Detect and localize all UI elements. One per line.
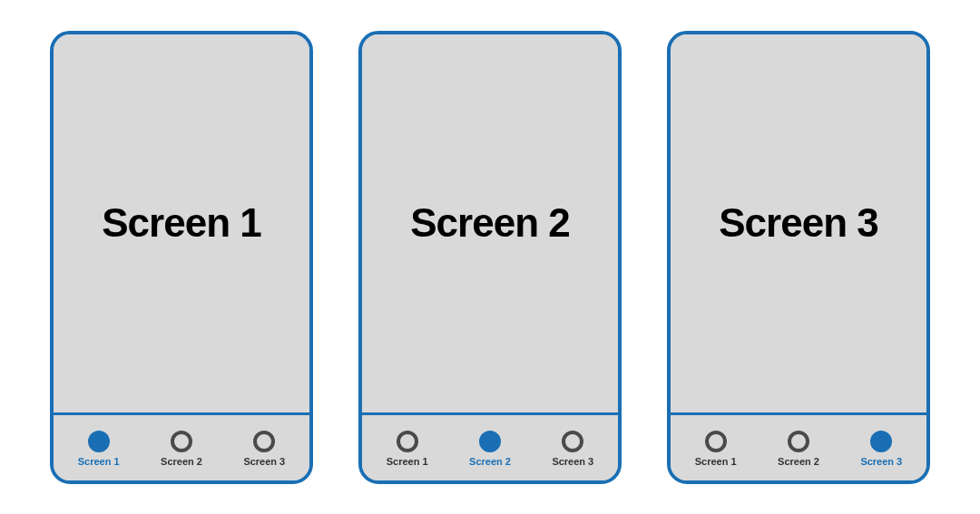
tab-screen-1[interactable]: Screen 1: [57, 431, 139, 467]
screen-content-area: Screen 2: [362, 34, 618, 415]
screen-title: Screen 3: [719, 200, 877, 246]
tab-screen-2[interactable]: Screen 2: [141, 431, 222, 467]
phone-mockup-3: Screen 3 Screen 1 Screen 2 Screen 3: [667, 31, 930, 484]
circle-icon: [705, 431, 727, 452]
phone-mockup-1: Screen 1 Screen 1 Screen 2 Screen 3: [50, 31, 313, 484]
circle-icon: [88, 431, 110, 452]
tab-label: Screen 1: [78, 456, 120, 467]
phone-mockup-2: Screen 2 Screen 1 Screen 2 Screen 3: [358, 31, 622, 484]
circle-icon: [870, 431, 892, 452]
circle-icon: [397, 431, 418, 452]
circle-icon: [562, 431, 583, 452]
tab-bar: Screen 1 Screen 2 Screen 3: [54, 415, 309, 480]
tab-screen-3[interactable]: Screen 3: [532, 431, 613, 467]
tab-label: Screen 1: [387, 456, 428, 467]
tab-label: Screen 3: [552, 456, 593, 467]
circle-icon: [788, 431, 809, 452]
tab-screen-2[interactable]: Screen 2: [758, 431, 839, 467]
tab-label: Screen 2: [778, 456, 819, 467]
screen-content-area: Screen 1: [54, 34, 309, 415]
tab-label: Screen 2: [161, 456, 202, 467]
tab-label: Screen 3: [243, 456, 285, 467]
tab-label: Screen 3: [860, 456, 902, 467]
screen-content-area: Screen 3: [671, 34, 926, 415]
circle-icon: [479, 431, 501, 452]
tab-screen-1[interactable]: Screen 1: [366, 431, 447, 467]
tab-screen-2[interactable]: Screen 2: [449, 431, 531, 467]
tab-screen-3[interactable]: Screen 3: [840, 431, 922, 467]
tab-label: Screen 1: [695, 456, 737, 467]
circle-icon: [171, 431, 192, 452]
tab-screen-3[interactable]: Screen 3: [223, 431, 305, 467]
tab-bar: Screen 1 Screen 2 Screen 3: [671, 415, 926, 480]
tab-label: Screen 2: [469, 456, 511, 467]
screen-title: Screen 2: [410, 200, 569, 246]
circle-icon: [253, 431, 275, 452]
tab-screen-1[interactable]: Screen 1: [674, 431, 756, 467]
screen-title: Screen 1: [102, 200, 260, 246]
tab-bar: Screen 1 Screen 2 Screen 3: [362, 415, 618, 480]
